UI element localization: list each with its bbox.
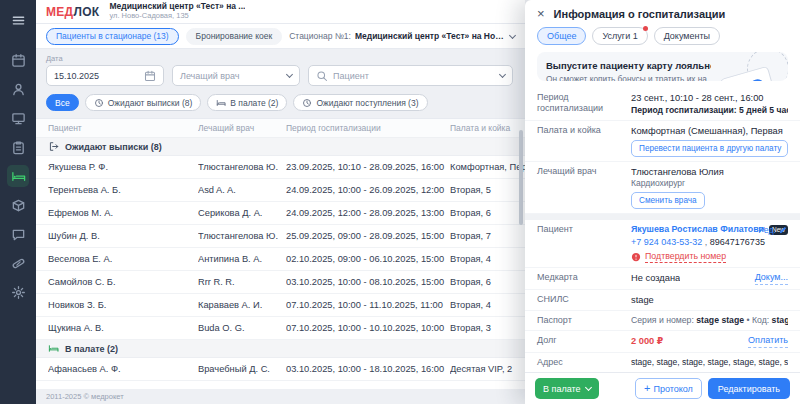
field-snils: СНИЛС stage xyxy=(525,290,800,311)
section-header[interactable]: Ожидают выписки (8) xyxy=(36,138,525,156)
table-row[interactable]: Новиков З. Б.Караваев А. И.07.10.2025, 1… xyxy=(36,294,525,317)
table-row[interactable]: Самойлов С. Б.Rrr R. R.03.10.2025, 10:00… xyxy=(36,271,525,294)
ward-value: Комфортная (Смешанная), Первая xyxy=(631,125,788,137)
tab-services[interactable]: Услуги 1 xyxy=(592,27,647,45)
sidebar-item-bed[interactable] xyxy=(7,165,29,187)
sidebar-item-patients[interactable] xyxy=(7,78,29,100)
patient-search-input[interactable]: Пациент xyxy=(308,65,513,86)
search-icon xyxy=(316,70,328,82)
sidebar-item-schedule[interactable] xyxy=(7,49,29,71)
app-logo[interactable]: МЕДЛОК xyxy=(46,5,99,19)
protocol-button[interactable]: + Протокол xyxy=(635,378,702,399)
confirm-phone-link[interactable]: Подтвердить номер xyxy=(645,251,726,263)
table-cell: Вторая, 3 xyxy=(450,323,525,333)
sidebar-item-pill[interactable] xyxy=(7,252,29,274)
table-row[interactable]: Якушева Р. Ф.Тлюстангелова Ю.23.09.2025,… xyxy=(36,156,525,179)
drawer-header: × Информация о госпитализации xyxy=(525,0,800,24)
chevron-down-icon xyxy=(585,384,592,391)
field-label: СНИЛС xyxy=(537,294,623,306)
phone-separator: , xyxy=(702,237,710,247)
app-sidebar xyxy=(0,0,36,404)
card-dot xyxy=(748,78,767,81)
table-row[interactable]: Терентьева А. Б.Asd A. A.24.09.2025, 10:… xyxy=(36,179,525,202)
passport-series-label: Серия и номер: xyxy=(631,315,694,325)
loyalty-title: Выпустите пациенту карту лояльности xyxy=(546,60,711,71)
table-scrollbar[interactable] xyxy=(519,130,523,225)
tab-documents[interactable]: Документы xyxy=(654,27,720,45)
close-icon[interactable]: × xyxy=(537,7,545,20)
phone-primary[interactable]: +7 924 043-53-32 xyxy=(631,237,702,247)
field-label: Паспорт xyxy=(537,315,623,326)
table-row[interactable]: Ефремов М. А.Серикова Д. А.24.09.2025, 1… xyxy=(36,202,525,225)
sidebar-item-desktop[interactable] xyxy=(7,107,29,129)
table-cell: Якушева Р. Ф. xyxy=(48,162,198,172)
app-header: МЕДЛОК Медицинский центр «Тест» на ... у… xyxy=(36,0,525,24)
date-value: 15.10.2025 xyxy=(54,71,99,81)
change-doctor-button[interactable]: Сменить врача xyxy=(631,192,705,209)
bed-icon xyxy=(216,98,226,108)
status-select[interactable]: В палате xyxy=(535,378,599,399)
table-cell: 02.10.2025, 09:00 - 06.10.2025, 15:00 xyxy=(286,254,450,264)
field-address: Адрес stage, stage, stage, stage, stage,… xyxy=(525,353,800,372)
patient-name-link[interactable]: Якушева Ростислав Филатович xyxy=(631,224,765,235)
doctor-select[interactable]: Лечащий врач xyxy=(172,65,300,86)
tab-inpatients[interactable]: Пациенты в стационаре (13) xyxy=(46,28,179,45)
patient-phones: +7 924 043-53-32 , 89647176735 xyxy=(631,237,788,249)
edit-button[interactable]: Редактировать xyxy=(708,378,790,399)
menu-icon[interactable] xyxy=(7,9,29,31)
field-label: Палата и койка xyxy=(537,125,623,157)
table-row[interactable]: Веселова Е. А.Антипина В. А.02.10.2025, … xyxy=(36,248,525,271)
doctor-name: Тлюстангелова Юлия xyxy=(631,166,788,178)
field-ward: Палата и койка Комфортная (Смешанная), П… xyxy=(525,121,800,162)
clinic-address: ул. Ново-Садовая, 135 xyxy=(109,12,245,21)
address-value: stage, stage, stage, stage, stage, stage… xyxy=(631,357,788,368)
logo-med: МЕД xyxy=(46,5,73,19)
table-cell: Вторая, 6 xyxy=(450,208,525,218)
medcard-value: Не создана xyxy=(631,272,680,284)
table-cell: Вторая, 7 xyxy=(450,231,525,241)
table-row[interactable]: Щукина А. В.Buda O. G.07.10.2025, 10:00 … xyxy=(36,317,525,340)
clinic-selector[interactable]: Медицинский центр «Тест» на ... ул. Ново… xyxy=(109,2,245,20)
field-period: Период госпитализации 23 сент., 10:10 - … xyxy=(525,88,800,121)
chip-awaiting-discharge[interactable]: Ожидают выписки (8) xyxy=(85,94,202,111)
pencil-icon xyxy=(778,225,788,235)
section-header[interactable]: В палате (2) xyxy=(36,340,525,358)
date-input[interactable]: 15.10.2025 xyxy=(46,65,164,86)
chip-in-ward[interactable]: В палате (2) xyxy=(207,94,287,111)
table-cell: Вторая, 4 xyxy=(450,254,525,264)
field-label: Лечащий врач xyxy=(537,166,623,209)
phone-secondary: 89647176735 xyxy=(710,237,765,247)
chip-awaiting-admission[interactable]: Ожидают поступления (3) xyxy=(293,94,427,111)
table-row[interactable]: Афанасьев А. Ф.Врачебный Д. С.03.10.2025… xyxy=(36,358,525,381)
tab-general[interactable]: Общее xyxy=(537,27,586,45)
chip-all[interactable]: Все xyxy=(46,94,79,111)
doctor-placeholder: Лечащий врач xyxy=(180,71,240,81)
field-label: Пациент xyxy=(537,224,623,263)
calendar-icon xyxy=(144,70,156,82)
clock-icon xyxy=(302,98,312,108)
table-cell: Тлюстангелова Ю. xyxy=(198,231,286,241)
transfer-ward-button[interactable]: Перевести пациента в другую палату xyxy=(631,140,788,157)
table-cell: Rrr R. R. xyxy=(198,277,286,287)
sidebar-item-clipboard[interactable] xyxy=(7,136,29,158)
patient-placeholder: Пациент xyxy=(333,71,369,81)
sidebar-item-chat[interactable] xyxy=(7,223,29,245)
field-value: Не создана Докум... xyxy=(631,272,788,285)
tab-bed-booking[interactable]: Бронирование коек xyxy=(186,28,283,45)
table-cell: Афанасьев А. Ф. xyxy=(48,364,198,374)
drawer-tabs: Общее Услуги 1 Документы xyxy=(525,24,800,52)
sidebar-item-box[interactable] xyxy=(7,194,29,216)
sidebar-item-settings[interactable] xyxy=(7,281,29,303)
hospital-selector[interactable]: Стационар №1: Медицинский центр «Тест» н… xyxy=(289,31,515,41)
bed-icon xyxy=(48,343,59,354)
sidebar-rail-items xyxy=(7,49,29,310)
table-cell: 07.10.2025, 10:00 - 11.10.2025, 11:00 xyxy=(286,300,450,310)
table-cell: Караваев А. И. xyxy=(198,300,286,310)
pay-link[interactable]: Оплатить xyxy=(748,335,788,348)
table-row[interactable]: Шубин Д. В.Тлюстангелова Ю.25.09.2025, 0… xyxy=(36,225,525,248)
discharge-icon xyxy=(48,141,59,152)
chevron-down-icon xyxy=(509,31,516,38)
documents-link[interactable]: Докум... xyxy=(755,272,788,285)
edit-patient-link[interactable]: Ред. xyxy=(758,225,788,235)
table-cell: Комфортная, Первая xyxy=(450,162,525,172)
